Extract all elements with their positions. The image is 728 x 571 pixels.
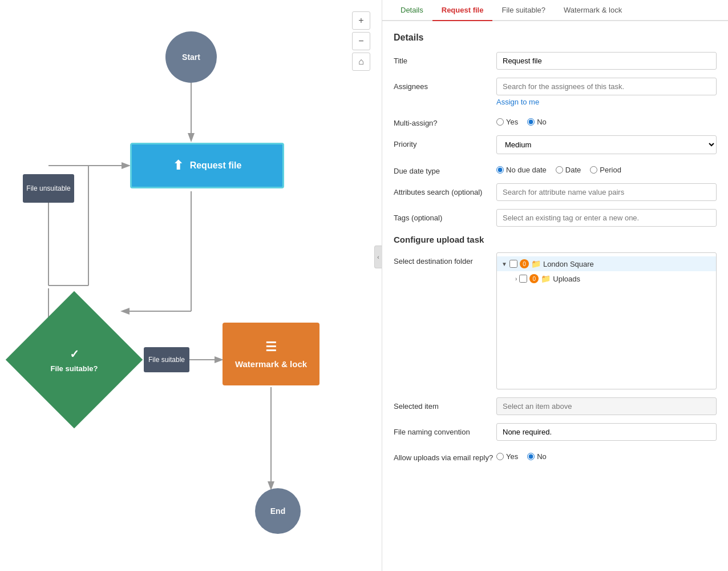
allow-uploads-yes-label[interactable]: Yes — [496, 452, 518, 461]
file-unsuitable-label: File unsuitable — [23, 174, 74, 203]
tags-input[interactable] — [496, 209, 717, 227]
end-node: End — [255, 488, 301, 534]
destination-folder-row: Select destination folder ▼ 0 📁 London S… — [394, 252, 717, 389]
allow-uploads-no-label[interactable]: No — [527, 452, 547, 461]
date-label[interactable]: Date — [556, 166, 581, 174]
home-button[interactable]: ⌂ — [352, 53, 370, 71]
destination-folder-control: ▼ 0 📁 London Square › 0 📁 Uploads — [496, 252, 717, 389]
priority-row: Priority Medium — [394, 135, 717, 154]
tab-details[interactable]: Details — [391, 0, 432, 21]
folder-label-london: London Square — [543, 260, 594, 268]
file-naming-control — [496, 423, 717, 441]
tab-file-suitable[interactable]: File suitable? — [492, 0, 555, 21]
configure-section-title: Configure upload task — [394, 235, 717, 244]
folder-label-uploads: Uploads — [553, 275, 580, 283]
priority-label: Priority — [394, 135, 496, 148]
tree-checkbox-london[interactable] — [509, 260, 517, 268]
file-naming-label: File naming convention — [394, 423, 496, 436]
allow-uploads-yes-radio[interactable] — [496, 453, 504, 460]
tab-watermark-lock[interactable]: Watermark & lock — [555, 0, 631, 21]
selected-item-row: Selected item — [394, 397, 717, 415]
check-icon: ✓ — [70, 347, 79, 361]
folder-icon-uploads: 📁 — [541, 274, 551, 283]
assign-me-link[interactable]: Assign to me — [496, 98, 717, 106]
right-panel: Details Request file File suitable? Wate… — [382, 0, 728, 571]
multi-assign-no-label[interactable]: No — [527, 118, 547, 126]
attributes-control — [496, 183, 717, 201]
title-control — [496, 52, 717, 70]
collapse-handle[interactable]: ‹ — [374, 246, 382, 268]
destination-folder-label: Select destination folder — [394, 252, 496, 266]
folder-tree: ▼ 0 📁 London Square › 0 📁 Uploads — [496, 252, 717, 389]
panel-content: Details Title Assignees Assign to me Mul… — [382, 21, 728, 571]
upload-icon: ⬆ — [173, 158, 183, 173]
zoom-controls: + − ⌂ — [352, 11, 370, 71]
tab-request-file[interactable]: Request file — [432, 0, 493, 21]
flow-connectors — [0, 0, 382, 571]
tree-checkbox-uploads[interactable] — [519, 275, 527, 283]
multi-assign-label: Multi-assign? — [394, 114, 496, 127]
tags-row: Tags (optional) — [394, 209, 717, 227]
assignees-input[interactable] — [496, 78, 717, 95]
no-due-date-radio[interactable] — [496, 166, 504, 174]
due-date-row: Due date type No due date Date Period — [394, 162, 717, 175]
assignees-label: Assignees — [394, 78, 496, 91]
folder-icon-london: 📁 — [531, 259, 541, 268]
due-date-label: Due date type — [394, 162, 496, 175]
watermark-lock-node[interactable]: ☰ Watermark & lock — [223, 323, 319, 385]
allow-uploads-no-radio[interactable] — [527, 453, 535, 460]
request-file-node[interactable]: ⬆ Request file — [130, 143, 284, 188]
title-label: Title — [394, 52, 496, 65]
badge-london: 0 — [520, 259, 529, 268]
assignees-row: Assignees Assign to me — [394, 78, 717, 106]
multi-assign-yes-radio[interactable] — [496, 118, 504, 126]
no-due-date-label[interactable]: No due date — [496, 166, 547, 174]
tags-label: Tags (optional) — [394, 209, 496, 222]
multi-assign-no-radio[interactable] — [527, 118, 535, 126]
due-date-control: No due date Date Period — [496, 162, 717, 174]
priority-select[interactable]: Medium — [496, 135, 717, 154]
tree-arrow-uploads[interactable]: › — [515, 276, 517, 282]
date-radio[interactable] — [556, 166, 563, 174]
attributes-row: Attributes search (optional) — [394, 183, 717, 201]
period-label[interactable]: Period — [590, 166, 621, 174]
file-naming-input[interactable] — [496, 423, 717, 441]
multi-assign-yes-label[interactable]: Yes — [496, 118, 518, 126]
allow-uploads-control: Yes No — [496, 449, 717, 461]
tree-row-uploads[interactable]: › 0 📁 Uploads — [497, 271, 716, 286]
file-suitable-connector-label: File suitable — [144, 347, 189, 372]
zoom-out-button[interactable]: − — [352, 32, 370, 50]
watermark-icon: ☰ — [265, 340, 277, 355]
details-section-title: Details — [394, 33, 717, 43]
file-naming-row: File naming convention — [394, 423, 717, 441]
tags-control — [496, 209, 717, 227]
multi-assign-row: Multi-assign? Yes No — [394, 114, 717, 127]
tree-arrow-london[interactable]: ▼ — [501, 261, 507, 267]
allow-uploads-label: Allow uploads via email reply? — [394, 449, 496, 462]
selected-item-label: Selected item — [394, 397, 496, 411]
start-node: Start — [165, 31, 217, 83]
allow-uploads-row: Allow uploads via email reply? Yes No — [394, 449, 717, 462]
attributes-input[interactable] — [496, 183, 717, 201]
attributes-label: Attributes search (optional) — [394, 183, 496, 196]
selected-item-input — [496, 397, 717, 415]
period-radio[interactable] — [590, 166, 597, 174]
badge-uploads: 0 — [529, 274, 539, 283]
flowchart-panel: + − ⌂ ‹ — [0, 0, 382, 571]
tab-bar: Details Request file File suitable? Wate… — [382, 0, 728, 21]
file-suitable-node[interactable]: ✓ File suitable? — [26, 311, 123, 408]
zoom-in-button[interactable]: + — [352, 11, 370, 30]
assignees-control: Assign to me — [496, 78, 717, 106]
title-input[interactable] — [496, 52, 717, 70]
selected-item-control — [496, 397, 717, 415]
title-row: Title — [394, 52, 717, 70]
multi-assign-control: Yes No — [496, 114, 717, 126]
priority-control: Medium — [496, 135, 717, 154]
tree-row-london-square[interactable]: ▼ 0 📁 London Square — [497, 256, 716, 271]
